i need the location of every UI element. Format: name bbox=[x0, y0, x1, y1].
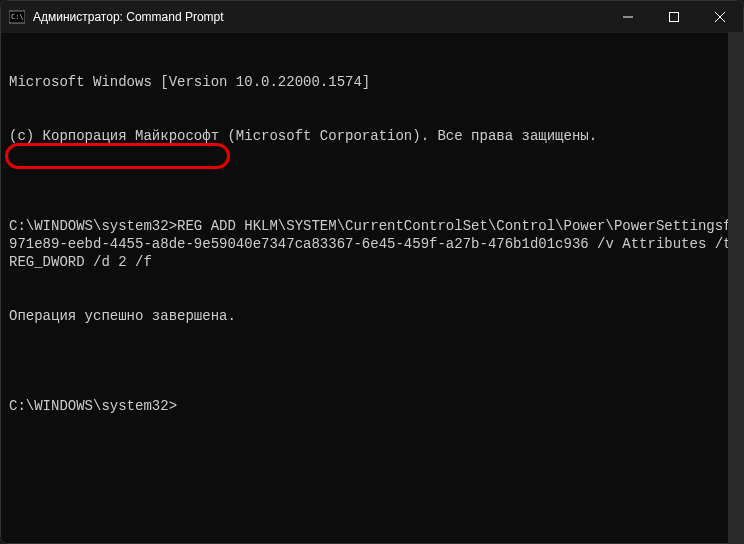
close-button[interactable] bbox=[697, 1, 743, 33]
window-title: Администратор: Command Prompt bbox=[33, 10, 605, 24]
minimize-button[interactable] bbox=[605, 1, 651, 33]
titlebar[interactable]: C:\ Администратор: Command Prompt bbox=[1, 1, 743, 33]
command-prompt-window: C:\ Администратор: Command Prompt Micros… bbox=[0, 0, 744, 544]
vertical-scrollbar[interactable] bbox=[728, 32, 744, 544]
svg-rect-3 bbox=[670, 13, 679, 22]
window-controls bbox=[605, 1, 743, 33]
svg-text:C:\: C:\ bbox=[11, 13, 24, 21]
maximize-button[interactable] bbox=[651, 1, 697, 33]
terminal-line-highlighted: Операция успешно завершена. bbox=[9, 307, 735, 325]
app-icon: C:\ bbox=[9, 9, 25, 25]
terminal-prompt: C:\WINDOWS\system32> bbox=[9, 397, 735, 415]
terminal-output[interactable]: Microsoft Windows [Version 10.0.22000.15… bbox=[1, 33, 743, 543]
terminal-line: (c) Корпорация Майкрософт (Microsoft Cor… bbox=[9, 127, 735, 145]
annotation-highlight bbox=[5, 143, 230, 169]
terminal-line: Microsoft Windows [Version 10.0.22000.15… bbox=[9, 73, 735, 91]
scrollbar-thumb[interactable] bbox=[728, 32, 744, 544]
terminal-line: C:\WINDOWS\system32>REG ADD HKLM\SYSTEM\… bbox=[9, 217, 735, 271]
